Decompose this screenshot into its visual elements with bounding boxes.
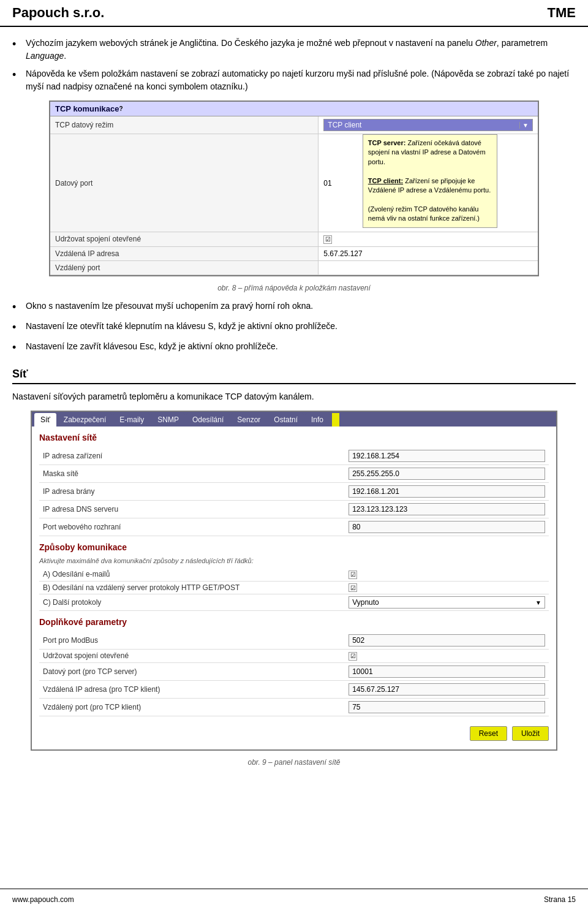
net-label-proto: C) Další protokoly <box>39 594 345 611</box>
net-value-http: ☑ <box>345 581 549 594</box>
net-label-http: B) Odesílání na vzdálený server protokol… <box>39 581 345 594</box>
net-row-port: Port webového rozhraní <box>39 518 549 536</box>
net-value-port <box>345 518 549 536</box>
tcp-row-4: Vzdálená IP adresa 5.67.25.127 <box>50 246 538 260</box>
net-label-ip: IP adresa zařízení <box>39 447 345 465</box>
bullet-dot-1: • <box>12 37 23 52</box>
tab-snmp[interactable]: SNMP <box>151 413 185 427</box>
net-row-http: B) Odesílání na vzdálený server protokol… <box>39 581 549 594</box>
bullet2-dot-2: • <box>12 320 23 335</box>
net-label-dns: IP adresa DNS serveru <box>39 501 345 518</box>
net-label-keep: Udržovat spojení otevřené <box>39 650 345 663</box>
modbus-port-input[interactable] <box>349 634 545 646</box>
footer-page-num: 15 <box>568 895 576 904</box>
net-label-port: Port webového rozhraní <box>39 518 345 536</box>
tab-ostatni[interactable]: Ostatní <box>268 413 304 427</box>
bullet2-item-3: • Nastavení lze zavřít klávesou Esc, kdy… <box>12 340 576 355</box>
net-label-gateway: IP adresa brány <box>39 483 345 501</box>
main-content: • Výchozím jazykem webových stránek je A… <box>0 37 588 767</box>
tcp-dropdown-1[interactable]: TCP client ▼ <box>323 119 533 131</box>
tab-emaily[interactable]: E-maily <box>113 413 150 427</box>
tcp-value-5 <box>318 260 538 275</box>
tcp-panel-title-text: TCP komunikace <box>55 104 119 113</box>
net-label-dataport: Datový port (pro TCP server) <box>39 662 345 680</box>
remote-ip-input[interactable] <box>349 683 545 696</box>
bullet-text-1: Výchozím jazykem webových stránek je Ang… <box>26 37 576 63</box>
net-value-keep: ☑ <box>345 650 549 663</box>
net-row-dns: IP adresa DNS serveru <box>39 501 549 518</box>
chevron-down-icon: ▼ <box>519 122 529 129</box>
tcp-row-3: Udržovat spojení otevřené ☑ <box>50 232 538 247</box>
save-button[interactable]: Uložit <box>512 726 549 741</box>
net-row-mask: Maska sítě <box>39 465 549 483</box>
bullet-text-2: Nápověda ke všem položkám nastavení se z… <box>26 67 576 93</box>
page-header: Papouch s.r.o. TME <box>0 0 588 27</box>
net-label-modbus: Port pro ModBus <box>39 632 345 650</box>
bullet2-text-3: Nastavení lze zavřít klávesou Esc, když … <box>26 340 278 353</box>
reset-button[interactable]: Reset <box>470 726 507 741</box>
net-table-2: A) Odesílání e-mailů ☑ B) Odesílání na v… <box>39 568 549 611</box>
net-checkbox-http[interactable]: ☑ <box>349 583 357 592</box>
fig8-caption: obr. 8 – přímá nápověda k položkám nasta… <box>12 284 576 292</box>
bullet-item-1: • Výchozím jazykem webových stránek je A… <box>12 37 576 63</box>
tcp-dropdown-text-1: TCP client <box>328 121 361 129</box>
mask-input[interactable] <box>349 468 545 480</box>
footer-page: Strana 15 <box>544 895 576 904</box>
net-value-email: ☑ <box>345 568 549 581</box>
net-value-ip <box>345 447 549 465</box>
net-label-remoteport: Vzdálený port (pro TCP klient) <box>39 698 345 716</box>
tcp-value-2: 01 TCP server: Zařízení očekává datové s… <box>318 134 538 232</box>
net-label-mask: Maska sítě <box>39 465 345 483</box>
bullet2-dot-1: • <box>12 300 23 315</box>
tcp-value-3: ☑ <box>318 232 538 247</box>
bullet2-text-2: Nastavení lze otevřít také klepnutím na … <box>26 320 337 333</box>
company-logo: Papouch s.r.o. <box>12 5 104 21</box>
tcp-text-2: 01 <box>323 179 331 188</box>
net-panel: Síť Zabezpečení E-maily SNMP Odesílání S… <box>31 411 557 751</box>
net-value-remoteport <box>345 698 549 716</box>
net-value-mask <box>345 465 549 483</box>
gateway-input[interactable] <box>349 485 545 498</box>
net-value-dns <box>345 501 549 518</box>
tcp-table: TCP datový režim TCP client ▼ Datový por… <box>50 116 538 275</box>
tcp-label-1: TCP datový režim <box>50 116 318 134</box>
remote-port-input[interactable] <box>349 701 545 713</box>
web-port-input[interactable] <box>349 521 545 533</box>
tcp-checkbox-3[interactable]: ☑ <box>323 235 332 244</box>
dns-input[interactable] <box>349 503 545 515</box>
fig9-caption: obr. 9 – panel nastavení sítě <box>12 758 576 767</box>
tabs-bar: Síť Zabezpečení E-maily SNMP Odesílání S… <box>32 412 556 427</box>
net-section2-title: Způsoby komunikace <box>39 542 549 552</box>
net-value-remoteip <box>345 680 549 698</box>
data-port-input[interactable] <box>349 665 545 678</box>
tcp-panel-title-sup: ? <box>119 105 123 112</box>
tab-senzor[interactable]: Senzor <box>231 413 266 427</box>
footer-page-label: Strana <box>544 895 565 904</box>
yellow-tab-stripe <box>332 413 339 427</box>
tab-info[interactable]: Info <box>305 413 330 427</box>
tcp-panel-title: TCP komunikace? <box>50 102 538 116</box>
tcp-tooltip: TCP server: Zařízení očekává datové spoj… <box>363 134 497 228</box>
intro-bullet-list: • Výchozím jazykem webových stránek je A… <box>12 37 576 93</box>
tcp-label-3: Udržovat spojení otevřené <box>50 232 318 247</box>
net-dropdown-proto[interactable]: Vypnuto ▼ <box>349 596 545 609</box>
tcp-row-1: TCP datový režim TCP client ▼ <box>50 116 538 134</box>
chevron-down-icon-proto: ▼ <box>535 599 541 606</box>
net-row-ip: IP adresa zařízení <box>39 447 549 465</box>
tab-zabezpeceni[interactable]: Zabezpečení <box>58 413 112 427</box>
product-title: TME <box>548 5 576 21</box>
tcp-label-5: Vzdálený port <box>50 260 318 275</box>
net-row-gateway: IP adresa brány <box>39 483 549 501</box>
tcp-row-5: Vzdálený port <box>50 260 538 275</box>
tab-odesilani[interactable]: Odesílání <box>186 413 230 427</box>
net-section1-title: Nastavení sítě <box>39 433 549 442</box>
bullet2-text-1: Okno s nastavením lze přesouvat myší uch… <box>26 300 313 313</box>
ip-address-input[interactable] <box>349 450 545 462</box>
net-checkbox-keep[interactable]: ☑ <box>349 652 357 661</box>
net-label-email: A) Odesílání e-mailů <box>39 568 345 581</box>
net-form: Nastavení sítě IP adresa zařízení Maska … <box>32 427 556 749</box>
tab-sit[interactable]: Síť <box>34 413 56 427</box>
bullet-item-2: • Nápověda ke všem položkám nastavení se… <box>12 67 576 93</box>
net-checkbox-email[interactable]: ☑ <box>349 571 357 579</box>
sit-heading: Síť <box>12 368 576 384</box>
